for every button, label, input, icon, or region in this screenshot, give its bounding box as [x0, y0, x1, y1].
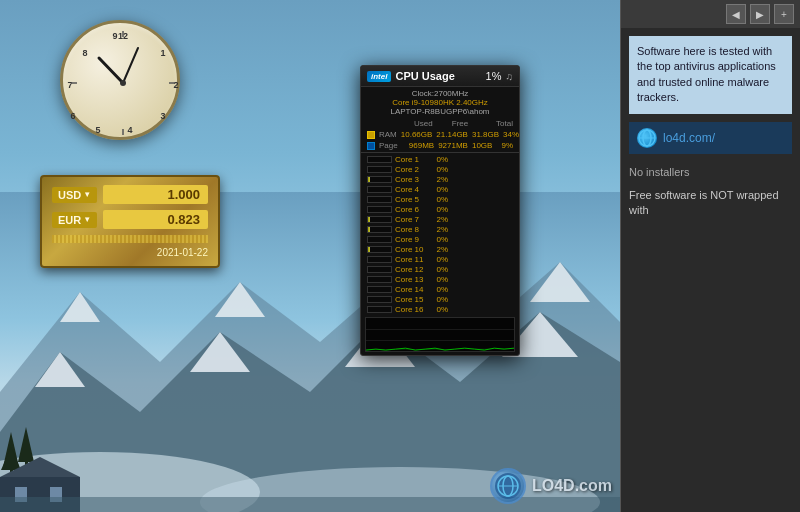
svg-text:5: 5	[95, 125, 100, 135]
svg-text:2: 2	[173, 80, 178, 90]
core-name-14: Core 14	[395, 285, 427, 294]
cpu-percent: 1%	[486, 70, 502, 82]
core-pct-13: 0%	[430, 275, 448, 284]
graph-grid-2	[366, 340, 514, 341]
core-row-9: Core 90%	[361, 234, 519, 244]
svg-line-37	[99, 58, 123, 83]
right-panel: ◀ ▶ + Software here is tested with the t…	[620, 0, 800, 512]
nav-back-button[interactable]: ◀	[726, 4, 746, 24]
core-pct-1: 0%	[430, 155, 448, 164]
core-row-13: Core 130%	[361, 274, 519, 284]
mem-header-free: Free	[444, 119, 477, 128]
svg-text:6: 6	[70, 111, 75, 121]
core-pct-9: 0%	[430, 235, 448, 244]
cpu-title: CPU Usage	[395, 70, 481, 82]
page-label: Page	[379, 141, 405, 150]
core-name-6: Core 6	[395, 205, 427, 214]
cpu-clock: Clock:2700MHz	[367, 89, 513, 98]
logo-box[interactable]: lo4d.com/	[629, 122, 792, 154]
usd-label: USD ▼	[52, 187, 97, 203]
info-text: Software here is tested with the top ant…	[637, 45, 776, 103]
cpu-header: intel CPU Usage 1% ♫	[361, 66, 519, 87]
svg-text:3: 3	[160, 111, 165, 121]
core-row-8: Core 82%	[361, 224, 519, 234]
lo4d-logo: LO4D.com	[490, 468, 612, 504]
usd-value: 1.000	[103, 185, 208, 204]
currency-date: 2021-01-22	[52, 247, 208, 258]
core-bar-container-11	[367, 256, 392, 263]
core-bar-container-9	[367, 236, 392, 243]
core-name-15: Core 15	[395, 295, 427, 304]
free-software: Free software is NOT wrapped with	[629, 188, 792, 219]
core-name-1: Core 1	[395, 155, 427, 164]
core-bar-container-6	[367, 206, 392, 213]
core-bar-container-10	[367, 246, 392, 253]
core-pct-3: 2%	[430, 175, 448, 184]
core-bar-container-14	[367, 286, 392, 293]
no-installers: No installers	[629, 162, 792, 182]
svg-text:8: 8	[82, 48, 87, 58]
svg-text:7: 7	[67, 80, 72, 90]
core-row-1: Core 10%	[361, 154, 519, 164]
core-name-4: Core 4	[395, 185, 427, 194]
core-bar-fill-7	[368, 217, 370, 222]
core-bar-fill-8	[368, 227, 370, 232]
currency-decoration	[52, 235, 208, 243]
core-bar-container-7	[367, 216, 392, 223]
graph-grid-1	[366, 329, 514, 330]
page-bar	[367, 142, 375, 150]
mem-header-used: Used	[407, 119, 440, 128]
right-panel-content: Software here is tested with the top ant…	[621, 28, 800, 512]
currency-widget: USD ▼ 1.000 EUR ▼ 0.823 2021-01-22	[40, 175, 220, 268]
nav-plus-button[interactable]: +	[774, 4, 794, 24]
nav-forward-button[interactable]: ▶	[750, 4, 770, 24]
cpu-music-icon: ♫	[506, 71, 514, 82]
core-row-15: Core 150%	[361, 294, 519, 304]
core-row-5: Core 50%	[361, 194, 519, 204]
core-bar-container-8	[367, 226, 392, 233]
page-row: Page 969MB 9271MB 10GB 9%	[361, 140, 519, 151]
core-name-12: Core 12	[395, 265, 427, 274]
logo-url: lo4d.com/	[663, 131, 715, 145]
core-row-11: Core 110%	[361, 254, 519, 264]
svg-line-38	[123, 48, 138, 83]
core-name-5: Core 5	[395, 195, 427, 204]
clock-widget: 12 1 2 3 4 5 6 7 8 9	[60, 20, 180, 140]
core-name-11: Core 11	[395, 255, 427, 264]
core-row-3: Core 32%	[361, 174, 519, 184]
page-used: 969MB	[409, 141, 434, 150]
usd-row: USD ▼ 1.000	[52, 185, 208, 204]
page-total: 10GB	[472, 141, 492, 150]
clock-svg: 12 1 2 3 4 5 6 7 8 9	[63, 23, 183, 143]
core-pct-16: 0%	[430, 305, 448, 314]
ram-bar	[367, 131, 375, 139]
intel-badge: intel	[367, 71, 391, 82]
cpu-info: Clock:2700MHz Core i9-10980HK 2.40GHz LA…	[361, 87, 519, 118]
graph-svg	[366, 318, 514, 351]
svg-text:4: 4	[127, 125, 132, 135]
core-row-4: Core 40%	[361, 184, 519, 194]
core-bar-container-4	[367, 186, 392, 193]
core-name-13: Core 13	[395, 275, 427, 284]
core-name-16: Core 16	[395, 305, 427, 314]
core-row-14: Core 140%	[361, 284, 519, 294]
info-box: Software here is tested with the top ant…	[629, 36, 792, 114]
ram-free: 21.14GB	[436, 130, 468, 139]
cpu-laptop: LAPTOP-R8BUGPP6\ahom	[367, 107, 513, 116]
divider	[361, 152, 519, 153]
core-pct-7: 2%	[430, 215, 448, 224]
core-bar-fill-3	[368, 177, 370, 182]
cpu-model: Core i9-10980HK 2.40GHz	[367, 98, 513, 107]
eur-label: EUR ▼	[52, 212, 97, 228]
ie-svg	[638, 129, 656, 147]
core-name-8: Core 8	[395, 225, 427, 234]
core-name-3: Core 3	[395, 175, 427, 184]
core-bar-container-3	[367, 176, 392, 183]
core-pct-15: 0%	[430, 295, 448, 304]
core-pct-6: 0%	[430, 205, 448, 214]
clock-face: 12 1 2 3 4 5 6 7 8 9	[60, 20, 180, 140]
right-panel-header: ◀ ▶ +	[621, 0, 800, 28]
lo4d-svg	[494, 472, 522, 500]
core-row-12: Core 120%	[361, 264, 519, 274]
ram-label: RAM	[379, 130, 397, 139]
